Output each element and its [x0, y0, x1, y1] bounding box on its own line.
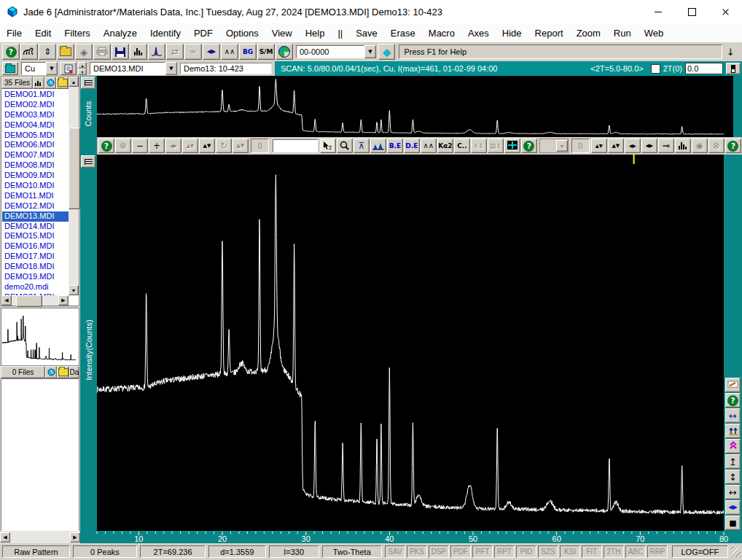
menu-run[interactable]: Run	[607, 28, 638, 39]
pointer-zoom-tool-icon[interactable]: z	[320, 139, 336, 153]
file-select[interactable]: DEMO13.MDI ▼	[90, 61, 177, 76]
menu-zoom[interactable]: Zoom	[570, 28, 607, 39]
peak-cursor-icon[interactable]	[148, 44, 165, 60]
offset-value-label[interactable]: 0	[251, 139, 269, 153]
file-item[interactable]: DEMO12.MDI	[2, 201, 69, 211]
menu-edit[interactable]: Edit	[28, 28, 58, 39]
file-count-label[interactable]: 35 Files	[1, 77, 33, 89]
shift-top-icon[interactable]: ↥	[725, 454, 741, 469]
histogram-icon[interactable]	[33, 77, 44, 89]
toolbar-collapse-button[interactable]: ↓	[722, 44, 739, 60]
run-macro-dog-icon[interactable]	[20, 44, 38, 60]
contrast-button[interactable]	[726, 63, 741, 74]
panel-grip-button[interactable]	[81, 77, 95, 89]
file-item[interactable]: DEMO14.MDI	[2, 222, 69, 232]
pin-overlay-icon[interactable]: ⊸	[658, 139, 674, 153]
zoom-out-icon[interactable]: −	[132, 139, 148, 153]
range-edit-box[interactable]	[273, 139, 318, 152]
pdf-view-button[interactable]: ◆	[378, 44, 395, 60]
folder-button[interactable]	[2, 62, 18, 75]
help-icon[interactable]: ?	[521, 139, 537, 153]
menu-file[interactable]: File	[0, 28, 28, 39]
file-item[interactable]: DEMO09.MDI	[2, 171, 69, 181]
menu-pdf[interactable]: PDF	[187, 28, 219, 39]
sm-toggle-icon[interactable]: S/M	[257, 44, 275, 60]
fit-v-icon[interactable]: ▲▼	[199, 139, 215, 153]
pdf-number-select[interactable]: 00-0000 ▼	[296, 44, 376, 59]
fit-vertical-icon[interactable]: ↕	[725, 470, 741, 484]
scroll-right-button[interactable]: ▶	[70, 532, 80, 542]
file-item[interactable]: DEMO17.MDI	[2, 252, 69, 262]
second-file-count-label[interactable]: 0 Files	[1, 366, 45, 378]
menu-options[interactable]: Options	[219, 28, 265, 39]
anode-dropdown-button[interactable]: ▼	[46, 62, 58, 75]
edit-pattern-icon[interactable]	[725, 378, 741, 392]
background-icon[interactable]: BG	[239, 44, 257, 60]
magnifier-icon[interactable]	[337, 139, 353, 153]
file-item[interactable]: DEMO15.MDI	[2, 231, 69, 241]
scale-left-right-icon[interactable]: ◀▶	[641, 139, 657, 153]
file-item[interactable]: DEMO16.MDI	[2, 241, 69, 252]
scroll-right-button[interactable]: ▶	[58, 295, 69, 306]
menu-axes[interactable]: Axes	[461, 28, 496, 39]
theta-zero-checkbox[interactable]	[651, 64, 660, 74]
panel-grip-button[interactable]	[81, 155, 95, 168]
overlay-count-label[interactable]: 0	[571, 139, 590, 153]
overlay-select[interactable]: ▼	[539, 139, 569, 153]
profile-peaks-icon[interactable]: ∧∧	[221, 44, 238, 60]
file-item[interactable]: DEMO13.MDI	[2, 211, 69, 222]
file-item[interactable]: DEMO10.MDI	[2, 181, 69, 191]
help-icon[interactable]: ?	[98, 139, 114, 153]
help-icon[interactable]: ?	[725, 139, 741, 153]
file-item[interactable]: DEMO05.MDI	[2, 131, 69, 141]
theta-zero-field[interactable]	[685, 63, 723, 74]
open-file-icon[interactable]	[57, 44, 74, 60]
menu-help[interactable]: Help	[299, 28, 332, 39]
background-edit-icon[interactable]: B.E	[387, 139, 403, 153]
save-icon[interactable]	[112, 44, 129, 60]
file-item[interactable]: DEMO19.MDI	[2, 272, 69, 282]
split-view-icon[interactable]: ◀▶	[725, 500, 741, 515]
file-item[interactable]: DEMO11.MDI	[2, 191, 69, 201]
sidebar-hscrollbar[interactable]: ◀ ▶	[0, 531, 80, 543]
vscroll-thumb[interactable]	[69, 128, 80, 209]
scroll-down-button[interactable]: ▼	[69, 285, 79, 295]
scan-title-field[interactable]	[180, 63, 272, 74]
scroll-left-button[interactable]: ◀	[1, 295, 12, 306]
menu-macro[interactable]: Macro	[422, 28, 461, 39]
anode-select[interactable]: Cu ▼	[21, 61, 58, 76]
clock-icon[interactable]	[45, 366, 57, 378]
folder-icon[interactable]	[57, 366, 69, 378]
file-dropdown-button[interactable]: ▼	[165, 62, 177, 75]
kalpha2-strip-icon[interactable]: Kα2	[437, 139, 453, 153]
report-button[interactable]	[60, 62, 77, 75]
file-item[interactable]: DEMO18.MDI	[2, 262, 69, 272]
spinner-down-button[interactable]: ▼	[78, 69, 87, 75]
data-edit-icon[interactable]: D.E	[404, 139, 420, 153]
folder-icon[interactable]	[56, 77, 69, 89]
pdf-cdrom-icon[interactable]	[276, 44, 293, 60]
file-item[interactable]: DEMO04.MDI	[2, 120, 69, 131]
menu-separator[interactable]: ||	[331, 28, 349, 39]
file-item[interactable]: DEMO08.MDI	[2, 160, 69, 171]
overview-chart[interactable]	[97, 76, 733, 137]
spinner-up-button[interactable]: ▲	[78, 62, 87, 69]
log-toggle[interactable]: LOG=OFF	[672, 545, 728, 558]
expand-range-icon[interactable]: ↔	[725, 408, 741, 423]
import-diamond-icon[interactable]: ◈	[75, 44, 93, 60]
nudge-left-right-icon[interactable]: ◂▸	[625, 139, 641, 153]
maximize-button[interactable]	[675, 0, 708, 23]
expand-horizontal-icon[interactable]: ◀▶	[203, 44, 220, 60]
menu-hide[interactable]: Hide	[496, 28, 528, 39]
menu-save[interactable]: Save	[349, 28, 384, 39]
grid-toggle-icon[interactable]	[504, 139, 520, 153]
file-item[interactable]: DEMO02.MDI	[2, 100, 69, 110]
main-chart[interactable]	[97, 155, 724, 531]
scroll-up-button[interactable]: ▲	[69, 77, 79, 87]
zoom-in-icon[interactable]: +	[149, 139, 165, 153]
menu-analyze[interactable]: Analyze	[97, 28, 144, 39]
sort-files-icon[interactable]: ⇕	[39, 44, 56, 60]
menu-web[interactable]: Web	[638, 28, 671, 39]
file-item[interactable]: DEMO06.MDI	[2, 140, 69, 150]
peak-label-icon[interactable]: ⊼	[354, 139, 370, 153]
